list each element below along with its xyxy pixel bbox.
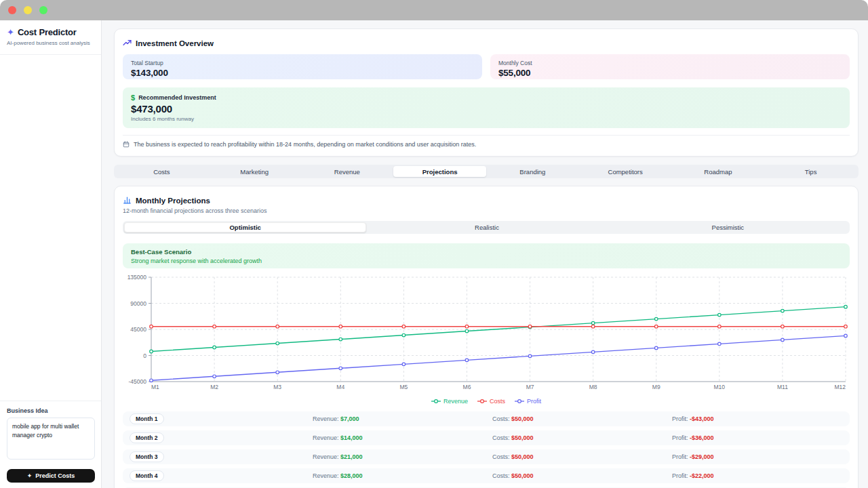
svg-text:M8: M8	[589, 384, 597, 390]
window-titlebar	[0, 0, 868, 20]
revenue-cell: Revenue: $7,000	[313, 415, 492, 422]
svg-text:M10: M10	[714, 384, 726, 390]
sidebar-header: ✦ Cost Predictor AI-powered business cos…	[0, 20, 101, 55]
dollar-icon: $	[131, 94, 135, 102]
zoom-window-button[interactable]	[39, 6, 47, 14]
projections-subtitle: 12-month financial projections across th…	[123, 207, 850, 214]
costs-cell: Costs: $50,000	[492, 453, 672, 460]
legend-item-profit: Profit	[515, 398, 541, 405]
costs-cell: Costs: $50,000	[492, 434, 672, 441]
svg-text:M3: M3	[273, 384, 281, 390]
svg-text:0: 0	[143, 352, 146, 359]
svg-text:135000: 135000	[127, 274, 147, 281]
legend-item-costs: Costs	[477, 398, 505, 405]
tab-projections[interactable]: Projections	[393, 166, 486, 177]
table-row: Month 3Revenue: $21,000Costs: $50,000Pro…	[123, 449, 850, 464]
revenue-cell: Revenue: $14,000	[313, 434, 492, 441]
svg-text:M7: M7	[526, 384, 534, 390]
svg-text:M11: M11	[777, 384, 788, 390]
costs-cell: Costs: $50,000	[492, 472, 672, 479]
minimize-window-button[interactable]	[24, 6, 32, 14]
month-badge: Month 1	[130, 413, 164, 424]
close-window-button[interactable]	[8, 6, 16, 14]
scenario-banner-subtitle: Strong market response with accelerated …	[131, 258, 842, 264]
month-rows: Month 1Revenue: $7,000Costs: $50,000Prof…	[123, 411, 850, 488]
table-row: Month 2Revenue: $14,000Costs: $50,000Pro…	[123, 430, 850, 445]
stat-label: Monthly Cost	[498, 60, 842, 66]
stat-value: $143,000	[131, 68, 474, 78]
app-title: Cost Predictor	[18, 27, 77, 37]
legend-item-revenue: Revenue	[431, 398, 468, 405]
costs-cell: Costs: $50,000	[492, 415, 672, 422]
scenario-tabs: OptimisticRealisticPessimistic	[123, 221, 850, 234]
recommended-label: Recommended Investment	[138, 94, 216, 101]
business-idea-label: Business Idea	[7, 407, 94, 414]
scenario-tab-realistic[interactable]: Realistic	[366, 222, 607, 232]
profit-cell: Profit: -$43,000	[672, 415, 843, 422]
chart-legend: Revenue Costs Profit	[123, 396, 850, 406]
sidebar-spacer	[0, 55, 101, 401]
sidebar-input-section: Business Idea mobile app for multi walle…	[0, 401, 101, 488]
svg-text:M1: M1	[151, 384, 159, 390]
profitability-note: The business is expected to reach profit…	[123, 135, 850, 148]
projections-line-chart: -4500004500090000135000M1M2M3M4M5M6M7M8M…	[123, 273, 850, 395]
tab-roadmap[interactable]: Roadmap	[672, 166, 765, 177]
svg-text:M12: M12	[834, 384, 846, 390]
svg-text:M4: M4	[336, 384, 344, 390]
month-badge: Month 2	[130, 432, 164, 443]
tab-revenue[interactable]: Revenue	[301, 166, 394, 177]
investment-overview-card: Investment Overview Total Startup $143,0…	[114, 28, 859, 157]
business-idea-input[interactable]: mobile app for multi wallet manager cryp…	[7, 418, 95, 460]
table-row: Month 1Revenue: $7,000Costs: $50,000Prof…	[123, 411, 850, 426]
app-shell: ✦ Cost Predictor AI-powered business cos…	[0, 20, 868, 488]
scenario-tab-pessimistic[interactable]: Pessimistic	[608, 222, 848, 232]
scenario-banner-title: Best-Case Scenario	[131, 248, 842, 256]
stat-value: $55,000	[498, 68, 842, 78]
recommended-investment-box: $ Recommended Investment $473,000 Includ…	[123, 87, 850, 128]
svg-text:-45000: -45000	[129, 378, 147, 385]
table-row: Month 4Revenue: $28,000Costs: $50,000Pro…	[123, 468, 850, 483]
svg-text:90000: 90000	[130, 300, 146, 307]
sidebar: ✦ Cost Predictor AI-powered business cos…	[0, 20, 102, 488]
revenue-cell: Revenue: $28,000	[313, 472, 492, 479]
overview-title: Investment Overview	[136, 39, 214, 47]
recommended-value: $473,000	[131, 103, 842, 115]
scenario-tab-optimistic[interactable]: Optimistic	[124, 222, 366, 232]
total-startup-stat: Total Startup $143,000	[123, 54, 482, 79]
recommended-sub: Includes 6 months runway	[131, 116, 842, 122]
app-subtitle: AI-powered business cost analysis	[7, 40, 94, 46]
tab-marketing[interactable]: Marketing	[208, 166, 301, 177]
monthly-projections-card: Monthly Projections 12-month financial p…	[114, 186, 859, 488]
legend-marker-icon	[515, 399, 524, 404]
profit-cell: Profit: -$22,000	[672, 472, 843, 479]
note-text: The business is expected to reach profit…	[134, 141, 476, 148]
monthly-cost-stat: Monthly Cost $55,000	[490, 54, 850, 79]
svg-text:M6: M6	[463, 384, 471, 390]
tab-tips[interactable]: Tips	[764, 166, 857, 177]
bar-chart-icon	[123, 196, 132, 205]
sparkles-icon: ✦	[27, 472, 33, 479]
legend-marker-icon	[431, 399, 441, 404]
stat-label: Total Startup	[131, 60, 474, 66]
tab-competitors[interactable]: Competitors	[579, 166, 672, 177]
predict-costs-button[interactable]: ✦ Predict Costs	[7, 469, 95, 483]
svg-text:M2: M2	[210, 384, 218, 390]
predict-costs-label: Predict Costs	[35, 472, 75, 479]
trending-up-icon	[123, 39, 132, 47]
main-content: Investment Overview Total Startup $143,0…	[102, 20, 868, 488]
profit-cell: Profit: -$36,000	[672, 434, 843, 441]
legend-marker-icon	[477, 399, 487, 404]
svg-text:M9: M9	[652, 384, 660, 390]
revenue-cell: Revenue: $21,000	[313, 453, 492, 460]
month-badge: Month 4	[130, 470, 164, 481]
calendar-icon	[123, 141, 130, 148]
stat-row: Total Startup $143,000 Monthly Cost $55,…	[123, 54, 850, 79]
sparkles-icon: ✦	[7, 28, 14, 37]
section-tabs: CostsMarketingRevenueProjectionsBranding…	[114, 165, 859, 178]
scenario-banner: Best-Case Scenario Strong market respons…	[123, 243, 850, 268]
month-badge: Month 3	[130, 451, 164, 462]
svg-text:45000: 45000	[130, 326, 146, 333]
svg-text:M5: M5	[399, 384, 408, 390]
tab-costs[interactable]: Costs	[115, 166, 208, 177]
tab-branding[interactable]: Branding	[486, 166, 579, 177]
